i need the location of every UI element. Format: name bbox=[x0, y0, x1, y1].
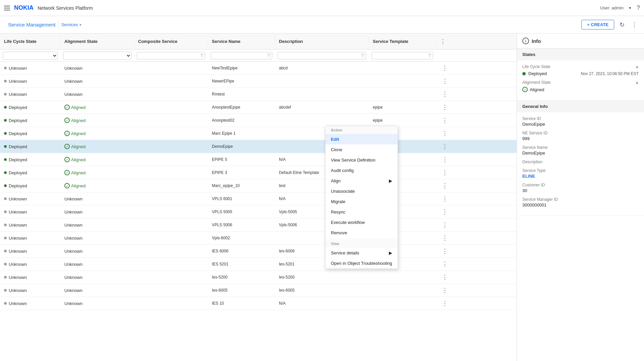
cell-lifecycle: Unknown bbox=[0, 64, 60, 73]
more-options-button[interactable]: ⋮ bbox=[630, 20, 639, 30]
row-kebab-button[interactable]: ⋮ bbox=[440, 273, 450, 282]
ctx-migrate[interactable]: Migrate bbox=[326, 196, 398, 207]
ctx-align[interactable]: Align ▶ bbox=[326, 176, 398, 186]
aligned-circle-icon: ✓ bbox=[64, 183, 70, 188]
table-row[interactable]: Unknown Unknown NewTestEpipe abcd ⋮ bbox=[0, 62, 517, 75]
cell-service-name: NewerEPipe bbox=[208, 77, 275, 85]
template-filter-input[interactable] bbox=[371, 52, 433, 59]
panel-ne-service-id-field: NE Service ID 999 bbox=[522, 131, 639, 141]
create-button[interactable]: + CREATE bbox=[581, 20, 614, 29]
row-kebab-button[interactable]: ⋮ bbox=[440, 299, 450, 308]
table-row[interactable]: Deployed ✓ Aligned AnooptestEpipe abcdef… bbox=[0, 101, 517, 114]
table-row[interactable]: Unknown Unknown Vpls-6002 ⋮ bbox=[0, 232, 517, 245]
row-kebab-button[interactable]: ⋮ bbox=[440, 90, 450, 99]
ctx-execute-workflow[interactable]: Execute workflow bbox=[326, 217, 398, 228]
lifecycle-chevron[interactable]: ∧ bbox=[636, 65, 639, 69]
lifecycle-dot bbox=[4, 276, 7, 279]
table-row[interactable]: Unknown Unknown Ies-5200 Ies-5200 ⋮ bbox=[0, 271, 517, 284]
ctx-object-troubleshooting[interactable]: Open in Object Troubleshooting bbox=[326, 258, 398, 268]
cell-service-name: EPIPE 3 bbox=[208, 168, 275, 177]
cell-template bbox=[369, 92, 436, 96]
filter-description[interactable]: ⊤ bbox=[275, 51, 369, 61]
alignment-filter-select[interactable]: Unknown Aligned bbox=[63, 52, 131, 60]
description-filter-input[interactable] bbox=[278, 52, 366, 59]
filter-alignment[interactable]: Unknown Aligned bbox=[60, 50, 134, 61]
row-kebab-button[interactable]: ⋮ bbox=[440, 234, 450, 242]
ctx-unassociate[interactable]: Unassociate bbox=[326, 186, 398, 196]
refresh-button[interactable]: ↻ bbox=[618, 20, 626, 30]
table-row[interactable]: Unknown Unknown IES 10 N/A ⋮ bbox=[0, 297, 517, 310]
row-kebab-button[interactable]: ⋮ bbox=[440, 64, 450, 72]
row-kebab-button[interactable]: ⋮ bbox=[440, 247, 450, 255]
filter-template[interactable]: ⊤ bbox=[369, 51, 436, 61]
row-kebab-button[interactable]: ⋮ bbox=[440, 286, 450, 295]
row-kebab-button[interactable]: ⋮ bbox=[440, 155, 450, 164]
breadcrumb-services[interactable]: Services ▾ bbox=[59, 21, 84, 28]
table-row[interactable]: Deployed ✓ Aligned EPIPE 3 Default Eline… bbox=[0, 166, 517, 179]
ctx-audit-config[interactable]: Audit config bbox=[326, 165, 398, 176]
table-row[interactable]: Unknown Unknown VPLS 5005 Vpls-5005 ⋮ bbox=[0, 205, 517, 219]
service-name-filter-input[interactable] bbox=[211, 52, 272, 59]
alignment-text: Aligned bbox=[71, 131, 85, 136]
lifecycle-dot bbox=[4, 119, 7, 122]
cell-row-actions: ⋮ bbox=[436, 258, 449, 270]
hamburger-menu[interactable] bbox=[4, 6, 10, 10]
row-kebab-button[interactable]: ⋮ bbox=[440, 181, 450, 190]
table-row[interactable]: Unknown Unknown Rmtest ⋮ bbox=[0, 88, 517, 101]
table-row[interactable]: Unknown Unknown NewerEPipe ⋮ bbox=[0, 75, 517, 88]
row-kebab-button[interactable]: ⋮ bbox=[440, 103, 450, 112]
row-kebab-button[interactable]: ⋮ bbox=[440, 77, 450, 85]
alignment-badge: ✓ Aligned bbox=[64, 157, 85, 162]
row-kebab-button[interactable]: ⋮ bbox=[440, 260, 450, 268]
filter-row: Unknown Deployed Unknown Aligned ⊤ bbox=[0, 50, 517, 62]
row-kebab-button[interactable]: ⋮ bbox=[440, 194, 450, 203]
table-row[interactable]: Unknown Unknown IES 6006 Ies-6006 ⋮ bbox=[0, 245, 517, 258]
table-row[interactable]: Unknown Unknown Ies-6005 Ies-6005 ⋮ bbox=[0, 284, 517, 297]
row-kebab-button[interactable]: ⋮ bbox=[440, 129, 450, 138]
alignment-chevron[interactable]: ∧ bbox=[636, 80, 639, 85]
table-row[interactable]: Deployed ✓ Aligned DemoEpipe epipe ⋮ bbox=[0, 140, 517, 153]
table-row[interactable]: Unknown Unknown IES 5201 Ies-5201 ⋮ bbox=[0, 258, 517, 271]
breadcrumb-service-management[interactable]: Service Management bbox=[5, 20, 59, 29]
ctx-resync[interactable]: Resync bbox=[326, 207, 398, 217]
ctx-remove[interactable]: Remove bbox=[326, 228, 398, 238]
alignment-text: Unknown bbox=[64, 262, 82, 267]
aligned-circle-icon: ✓ bbox=[64, 105, 70, 110]
row-kebab-button[interactable]: ⋮ bbox=[440, 142, 450, 151]
lifecycle-text: Unknown bbox=[9, 262, 27, 267]
alignment-state-icon: ✓ bbox=[522, 87, 528, 92]
row-kebab-button[interactable]: ⋮ bbox=[440, 221, 450, 229]
user-dropdown-icon[interactable]: ▾ bbox=[629, 5, 631, 10]
lifecycle-text: Deployed bbox=[9, 170, 27, 175]
lifecycle-text: Unknown bbox=[9, 223, 27, 228]
ctx-edit[interactable]: Edit bbox=[326, 134, 398, 144]
composite-filter-input[interactable] bbox=[137, 52, 205, 59]
table-row[interactable]: Deployed ✓ Aligned Marc Epipe 1 epipe ⋮ bbox=[0, 127, 517, 140]
row-kebab-button[interactable]: ⋮ bbox=[440, 168, 450, 177]
filter-composite[interactable]: ⊤ bbox=[134, 51, 208, 61]
table-row[interactable]: Unknown Unknown VPLS 5006 Vpls-5006 ⋮ bbox=[0, 219, 517, 232]
panel-lifecycle-label: Life Cycle State bbox=[522, 64, 550, 69]
table-row[interactable]: Deployed ✓ Aligned Marc_epipe_10 test ep… bbox=[0, 179, 517, 192]
help-icon[interactable]: ? bbox=[637, 4, 640, 11]
table-row[interactable]: Unknown Unknown VPLS 6001 N/A ⋮ bbox=[0, 192, 517, 205]
filter-service-name[interactable]: ⊤ bbox=[208, 51, 275, 61]
row-kebab-button[interactable]: ⋮ bbox=[440, 207, 450, 216]
ctx-view-service-def[interactable]: View Service Definition bbox=[326, 155, 398, 165]
cell-alignment: Unknown bbox=[60, 207, 134, 217]
ctx-service-details[interactable]: Service details ▶ bbox=[326, 248, 398, 258]
filter-lifecycle[interactable]: Unknown Deployed bbox=[0, 50, 60, 61]
lifecycle-filter-select[interactable]: Unknown Deployed bbox=[3, 52, 58, 60]
table-row[interactable]: Deployed ✓ Aligned EPIPE 5 N/A epip ⋮ bbox=[0, 153, 517, 166]
ctx-clone[interactable]: Clone bbox=[326, 144, 398, 155]
panel-alignment-label: Alignment State bbox=[522, 80, 551, 85]
panel-description-field: Description bbox=[522, 160, 639, 164]
panel-service-name-field: Service Name DemoEpipe bbox=[522, 145, 639, 156]
template-filter-icon: ⊤ bbox=[428, 53, 432, 58]
columns-config-button[interactable]: ⋮ bbox=[440, 38, 446, 45]
row-kebab-button[interactable]: ⋮ bbox=[440, 116, 450, 125]
cell-row-actions: ⋮ bbox=[436, 205, 449, 218]
table-row[interactable]: Deployed ✓ Aligned Anooptest02 epipe ⋮ bbox=[0, 114, 517, 127]
aligned-circle-icon: ✓ bbox=[64, 118, 70, 123]
cell-service-name: Rmtest bbox=[208, 90, 275, 99]
